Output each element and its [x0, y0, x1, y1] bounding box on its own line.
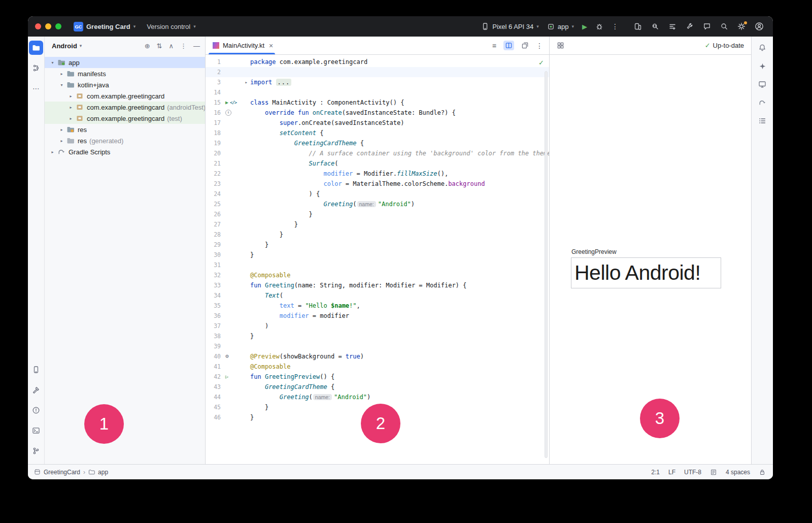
tree-item-res[interactable]: ▸res(generated) [45, 135, 205, 146]
chevron-down-icon[interactable]: ▾ [49, 60, 56, 65]
gemini-tool-button[interactable] [755, 59, 769, 73]
vcs-widget[interactable]: Version control ▾ [147, 23, 196, 30]
select-opened-file-button[interactable]: ⊕ [145, 42, 150, 50]
code-line-16[interactable]: 16↑ override fun onCreate(savedInstanceS… [206, 108, 549, 118]
code-line-21[interactable]: 21 Surface( [206, 158, 549, 169]
code-line-43[interactable]: 43 GreetingCardTheme { [206, 382, 549, 392]
collapse-all-button[interactable]: ∧ [168, 42, 174, 50]
code-line-32[interactable]: 32@Composable [206, 270, 549, 280]
code-line-19[interactable]: 19 GreetingCardTheme { [206, 138, 549, 148]
chevron-right-icon[interactable]: ▸ [67, 94, 75, 99]
preview-settings-icon[interactable]: ⚙ [225, 351, 229, 362]
task-list-icon[interactable] [668, 22, 676, 30]
chevron-right-icon[interactable]: ▸ [58, 72, 65, 76]
code-line-23[interactable]: 23 color = MaterialTheme.colorScheme.bac… [206, 179, 549, 189]
user-avatar[interactable] [755, 22, 764, 31]
running-devices-tool-button[interactable] [755, 77, 769, 91]
structure-tool-button[interactable] [29, 61, 43, 75]
tree-item-res[interactable]: ▸res [45, 124, 205, 135]
code-line-26[interactable]: 26 } [206, 209, 549, 219]
indent-widget[interactable]: 4 spaces [726, 469, 750, 476]
code-search-icon[interactable] [651, 22, 659, 30]
structure-list-tool-button[interactable] [755, 114, 769, 128]
run-button[interactable]: ▶ [582, 23, 587, 30]
chevron-down-icon[interactable]: ▾ [80, 44, 82, 48]
line-ending-widget[interactable]: LF [668, 469, 675, 476]
editor-menu-icon[interactable]: ≡ [492, 42, 496, 50]
tree-item-com-example-greetingcard[interactable]: ▸com.example.greetingcard [45, 90, 205, 102]
code-line-14[interactable]: 14 [206, 87, 549, 97]
close-tab-icon[interactable]: × [269, 42, 273, 50]
code-line-20[interactable]: 20 // A surface container using the 'bac… [206, 148, 549, 158]
code-line-44[interactable]: 44 Greeting(name:"Android") [206, 392, 549, 402]
document-icon[interactable] [710, 469, 717, 476]
fold-icon[interactable]: ▸ [245, 77, 250, 87]
code-line-38[interactable]: 38} [206, 331, 549, 341]
code-line-25[interactable]: 25 Greeting(name:"Android") [206, 199, 549, 209]
tab-mainactivity[interactable]: MainActivity.kt × [206, 37, 278, 54]
run-icon[interactable]: ▶ [225, 97, 228, 108]
tree-item-app[interactable]: ▾app [45, 57, 205, 68]
more-actions-button[interactable]: ⋮ [612, 22, 619, 30]
inspections-status-icon[interactable]: ✓ [538, 59, 544, 67]
code-line-29[interactable]: 29 } [206, 240, 549, 250]
project-view-selector[interactable]: Android [52, 42, 77, 50]
tab-options-button[interactable]: ⋮ [536, 42, 543, 50]
chevron-down-icon[interactable]: ▾ [58, 83, 65, 87]
chevron-right-icon[interactable]: ▸ [58, 127, 65, 132]
related-symbol-icon[interactable]: </> [230, 97, 236, 108]
override-icon[interactable]: ↑ [225, 110, 231, 116]
code-line-39[interactable]: 39 [206, 341, 549, 351]
code-line-36[interactable]: 36 modifier = modifier [206, 311, 549, 321]
tree-item-gradle-scripts[interactable]: ▸Gradle Scripts [45, 146, 205, 157]
breadcrumb-project[interactable]: GreetingCard [44, 469, 80, 476]
expand-all-button[interactable]: ⇅ [157, 42, 162, 50]
code-line-27[interactable]: 27 } [206, 219, 549, 230]
code-line-3[interactable]: 3▸import ... [206, 77, 549, 87]
minimize-window-button[interactable] [45, 23, 51, 29]
breadcrumb-module[interactable]: app [98, 469, 108, 476]
ai-chat-icon[interactable] [703, 22, 711, 30]
close-window-button[interactable] [35, 23, 41, 29]
tree-item-com-example-greetingcard[interactable]: ▸com.example.greetingcard(androidTest) [45, 102, 205, 113]
preview-composable-name[interactable]: GreetingPreview [571, 248, 617, 255]
code-line-34[interactable]: 34 Text( [206, 290, 549, 301]
encoding-widget[interactable]: UTF-8 [684, 469, 701, 476]
code-line-37[interactable]: 37 ) [206, 321, 549, 331]
terminal-tool-button[interactable] [29, 423, 43, 438]
debug-button[interactable] [595, 22, 603, 30]
chevron-right-icon[interactable]: ▸ [67, 105, 75, 110]
editor-scrollbar[interactable] [545, 71, 548, 458]
search-icon[interactable] [720, 22, 728, 30]
run-preview-icon[interactable]: ▷ [225, 372, 228, 382]
project-widget[interactable]: GC Greeting Card ▾ [74, 22, 136, 31]
code-line-18[interactable]: 18 setContent { [206, 128, 549, 138]
chevron-right-icon[interactable]: ▸ [49, 150, 56, 154]
version-control-tool-button[interactable] [29, 444, 43, 458]
device-selector[interactable]: Pixel 6 API 34 ▾ [481, 22, 538, 30]
caret-position-widget[interactable]: 2:1 [651, 469, 660, 476]
tree-item-kotlin-java[interactable]: ▾kotlin+java [45, 79, 205, 90]
hide-panel-button[interactable]: — [193, 42, 200, 50]
code-line-17[interactable]: 17 super.onCreate(savedInstanceState) [206, 118, 549, 128]
preview-render-frame[interactable]: Hello Android! [571, 257, 721, 288]
code-line-33[interactable]: 33fun Greeting(name: String, modifier: M… [206, 280, 549, 290]
code-line-2[interactable]: 2 [206, 67, 549, 77]
settings-button[interactable] [737, 22, 746, 30]
device-mirror-icon[interactable] [634, 22, 642, 30]
more-tool-windows-button[interactable]: ⋯ [29, 81, 43, 95]
lock-icon[interactable] [759, 469, 766, 476]
notifications-tool-button[interactable] [755, 41, 769, 55]
build-tool-button[interactable] [29, 383, 43, 397]
code-line-22[interactable]: 22 modifier = Modifier.fillMaxSize(), [206, 169, 549, 179]
tree-item-manifests[interactable]: ▸manifests [45, 68, 205, 79]
open-in-window-icon[interactable] [521, 42, 529, 49]
preview-build-status[interactable]: ✓ Up-to-date [705, 42, 744, 49]
gradle-tool-button[interactable] [755, 95, 769, 110]
run-configuration-selector[interactable]: app ▾ [547, 23, 574, 30]
code-line-35[interactable]: 35 text = "Hello $name!", [206, 301, 549, 311]
chevron-right-icon[interactable]: ▸ [58, 139, 65, 143]
split-editor-button[interactable] [503, 41, 514, 50]
code-editor[interactable]: 1package com.example.greetingcard23▸impo… [206, 55, 549, 464]
code-line-40[interactable]: 40⚙@Preview(showBackground = true) [206, 351, 549, 362]
